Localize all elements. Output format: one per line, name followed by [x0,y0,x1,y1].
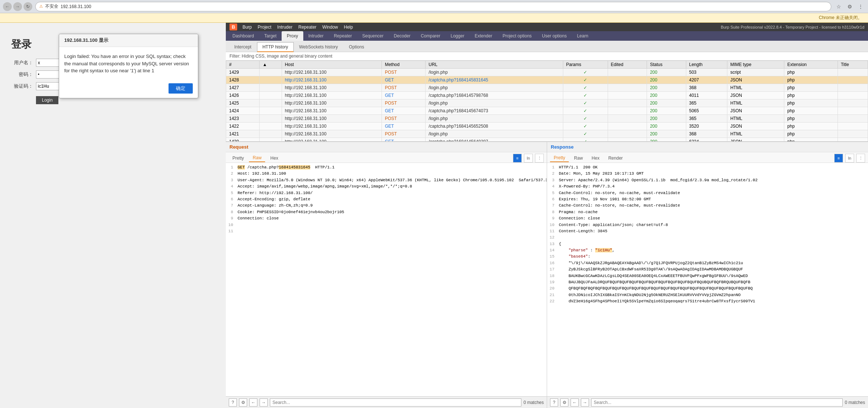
col-header-length[interactable]: Length [686,61,727,69]
request-next-icon[interactable]: → [260,398,268,407]
tab-learn[interactable]: Learn [572,31,593,41]
menu-burp[interactable]: Burp [242,25,252,30]
tab-repeater[interactable]: Repeater [329,31,357,41]
cell-title [838,107,868,115]
subtab-websockets[interactable]: WebSockets history [294,42,344,52]
cell-host: http://192.168.31.100 [282,115,382,123]
col-header-ext[interactable]: Extension [784,61,838,69]
request-tab-raw[interactable]: Raw [249,154,265,162]
col-header-edited[interactable]: Edited [608,61,647,69]
col-header-url[interactable]: URL [426,61,563,69]
menu-window[interactable]: Window [322,25,338,30]
response-line: 6Expires: Thu, 19 Nov 1981 08:52:00 GMT [547,196,868,203]
request-ln-icon[interactable]: ln [524,154,533,163]
tab-decoder[interactable]: Decoder [389,31,416,41]
response-tab-pretty[interactable]: Pretty [550,154,569,162]
request-search-input[interactable] [270,398,521,407]
tab-dashboard[interactable]: Dashboard [227,31,259,41]
cell-status: 200 [647,92,686,99]
table-row[interactable]: 1427 http://192.168.31.100 POST /login.p… [226,84,868,92]
subtab-intercept[interactable]: Intercept [229,42,257,52]
line-number: 5 [226,190,236,196]
table-row[interactable]: 1429 http://192.168.31.100 POST /login.p… [226,69,868,76]
table-row[interactable]: 1425 http://192.168.31.100 POST /login.p… [226,99,868,107]
line-number: 3 [547,178,557,183]
menu-repeater[interactable]: Repeater [298,25,316,30]
col-header-params[interactable]: Params [563,61,608,69]
response-ln-icon[interactable]: ln [845,154,854,163]
response-tab-hex[interactable]: Hex [588,154,603,162]
response-content: 1HTTP/1.1 200 OK2Date: Mon, 15 May 2023 … [547,163,868,396]
line-text: Connection: close [557,216,868,221]
table-row[interactable]: 1422 http://192.168.31.100 GET /captcha.… [226,123,868,130]
request-tab-pretty[interactable]: Pretty [229,154,247,162]
menu-project[interactable]: Project [258,25,271,30]
tab-extender[interactable]: Extender [470,31,498,41]
request-wrap-icon[interactable]: ≡ [513,154,522,163]
table-row[interactable]: 1426 http://192.168.31.100 GET /captcha.… [226,92,868,99]
response-tab-render[interactable]: Render [605,154,626,162]
tab-target[interactable]: Target [259,31,282,41]
line-text: BAUKBwcGCAwKDAzLCgsLDQ4SEA00SEA0OEQ4LCxA… [557,273,868,279]
cell-ext: php [784,76,838,84]
response-more-icon[interactable]: ⋮ [856,154,865,163]
cell-status: 200 [647,115,686,123]
request-prev-icon[interactable]: ← [249,398,257,407]
response-wrap-icon[interactable]: ≡ [834,154,843,163]
subtab-http-history[interactable]: HTTP history [257,42,294,52]
table-row[interactable]: 1423 http://192.168.31.100 POST /login.p… [226,115,868,123]
left-panel: 登录 用户名： 密码： 验证码： 🔄 Login [0,23,226,408]
col-header-title[interactable]: Title [838,61,868,69]
tab-sequencer[interactable]: Sequencer [357,31,389,41]
cell-method: POST [382,115,426,123]
reload-button[interactable]: ↻ [23,2,32,11]
response-search-input[interactable] [591,398,843,407]
menu-intruder[interactable]: Intruder [277,25,292,30]
request-settings-icon[interactable]: ⚙ [239,398,247,407]
table-row[interactable]: 1428 http://192.168.31.100 GET /captcha.… [226,76,868,84]
tab-logger[interactable]: Logger [445,31,469,41]
response-help-icon[interactable]: ? [550,398,558,407]
tab-comparer[interactable]: Comparer [416,31,445,41]
response-tab-raw[interactable]: Raw [570,154,586,162]
request-tab-hex[interactable]: Hex [267,154,282,162]
col-header-status[interactable]: Status [647,61,686,69]
menu-help[interactable]: Help [344,25,353,30]
table-row[interactable]: 1420 http://192.168.31.100 GET /captcha.… [226,138,868,142]
tab-intruder[interactable]: Intruder [303,31,329,41]
request-help-icon[interactable]: ? [229,398,237,407]
table-row[interactable]: 1421 http://192.168.31.100 POST /login.p… [226,130,868,138]
forward-button[interactable]: → [13,2,22,11]
cell-params: ✓ [563,130,608,138]
col-header-num[interactable]: # [226,61,260,69]
subtab-options[interactable]: Options [343,42,369,52]
col-header-arrow[interactable]: ▲ [260,61,282,69]
response-settings-icon[interactable]: ⚙ [560,398,568,407]
tab-user-options[interactable]: User options [537,31,572,41]
cell-params: ✓ [563,107,608,115]
line-text: GET /captcha.php?1684145831645 HTTP/1.1 [236,165,547,170]
extensions-icon[interactable]: ⚙ [845,2,854,11]
col-header-mime[interactable]: MIME type [727,61,784,69]
cell-host: http://192.168.31.100 [282,99,382,107]
address-bar[interactable]: ⚠ 不安全 192.168.31.100 [35,2,831,11]
request-more-icon[interactable]: ⋮ [535,154,544,163]
response-prev-icon[interactable]: ← [571,398,579,407]
cell-status: 200 [647,138,686,142]
security-label: 不安全 [45,3,58,10]
dialog-message: Login failed: You have an error in your … [59,47,198,80]
bookmark-icon[interactable]: ☆ [834,2,843,11]
tab-proxy[interactable]: Proxy [282,31,303,41]
cell-url: /captcha.php?1684145674073 [426,107,563,115]
col-header-method[interactable]: Method [382,61,426,69]
burp-nav-tabs: Dashboard Target Proxy Intruder Repeater… [226,31,868,41]
dialog-ok-button[interactable]: 确定 [169,83,193,94]
line-text: HTTP/1.1 200 OK [557,165,868,170]
cell-status: 200 [647,107,686,115]
menu-icon[interactable]: ⋮ [856,2,865,11]
response-next-icon[interactable]: → [581,398,589,407]
col-header-host[interactable]: Host [282,61,382,69]
back-button[interactable]: ← [3,2,12,11]
tab-project-options[interactable]: Project options [498,31,537,41]
table-row[interactable]: 1424 http://192.168.31.100 GET /captcha.… [226,107,868,115]
